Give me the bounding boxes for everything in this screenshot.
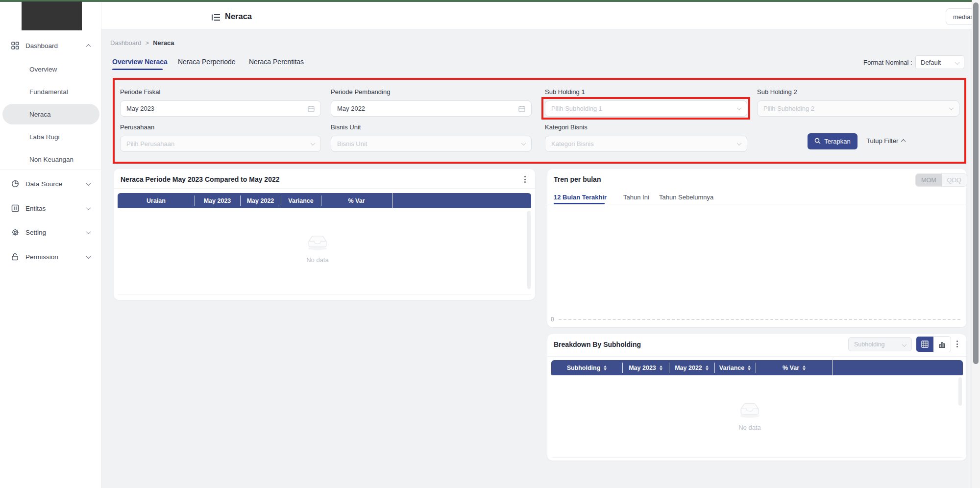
card-divider (114, 188, 535, 189)
sidebar-item-setting[interactable]: Setting (0, 226, 101, 238)
perusahaan-select[interactable]: Pilih Perusahaan (120, 136, 321, 152)
kategori-bisnis-placeholder: Kategori Bisnis (551, 140, 594, 147)
tab-tahun-ini[interactable]: Tahun Ini (623, 194, 649, 201)
column-header-variance[interactable]: Variance (714, 360, 756, 375)
periode-fiskal-input[interactable] (120, 100, 321, 117)
chart-view-button[interactable] (933, 337, 951, 352)
tab-overview-neraca[interactable]: Overview Neraca (112, 58, 168, 66)
periode-fiskal-label: Periode Fiskal (120, 88, 160, 96)
table-bottom-border (551, 457, 963, 458)
sub-holding-1-label: Sub Holding 1 (545, 88, 585, 96)
view-toggle-group (916, 336, 951, 352)
chevron-down-icon (85, 229, 91, 235)
bisnis-unit-placeholder: Bisnis Unit (337, 140, 367, 147)
column-header-variance[interactable]: Variance (281, 193, 321, 208)
sidebar-item-overview[interactable]: Overview (29, 64, 57, 74)
page-scrollbar-thumb[interactable] (973, 2, 979, 364)
periode-fiskal-value[interactable] (126, 105, 308, 112)
column-header-may-2023[interactable]: May 2023 (195, 193, 240, 208)
calendar-icon (308, 105, 315, 112)
neraca-card-title: Neraca Periode May 2023 Compared to May … (121, 175, 280, 183)
format-nominal-select[interactable]: Default (915, 55, 964, 69)
page-title: Neraca (225, 12, 252, 21)
search-icon (814, 137, 821, 146)
toggle-mom[interactable]: MOM (916, 174, 942, 186)
table-scrollbar[interactable] (958, 377, 962, 406)
sort-icon[interactable] (706, 366, 709, 370)
sidebar-item-dashboard[interactable]: Dashboard (0, 40, 101, 51)
column-header-blank (392, 193, 531, 208)
sidebar-item-neraca[interactable]: Neraca (29, 109, 51, 119)
gear-icon (11, 228, 19, 237)
sidebar-item-data-source[interactable]: Data Source (0, 178, 101, 190)
terapkan-button[interactable]: Terapkan (808, 133, 858, 149)
sidebar-item-fundamental[interactable]: Fundamental (29, 87, 68, 97)
format-nominal-value: Default (921, 59, 941, 66)
logo-placeholder (22, 1, 82, 30)
empty-state-text: No data (738, 424, 761, 431)
tabs-divider (547, 204, 966, 204)
breakdown-group-select-value: Subholding (854, 341, 885, 348)
bisnis-unit-select[interactable]: Bisnis Unit (331, 136, 532, 152)
sort-icon[interactable] (660, 366, 662, 370)
kategori-bisnis-select[interactable]: Kategori Bisnis (545, 136, 747, 152)
perusahaan-placeholder: Pilih Perusahaan (126, 140, 174, 147)
sidebar: Dashboard Overview Fundamental Neraca La… (0, 2, 101, 488)
column-header-pct-var[interactable]: % Var (321, 193, 392, 208)
tab-12-bulan-terakhir[interactable]: 12 Bulan Terakhir (554, 194, 607, 201)
sidebar-item-laba-rugi[interactable]: Laba Rugi (29, 132, 60, 142)
column-header-may-2023[interactable]: May 2023 (622, 360, 669, 375)
tab-tahun-sebelumnya[interactable]: Tahun Sebelumnya (659, 194, 713, 201)
calendar-icon (518, 105, 525, 112)
breakdown-table-header: Subholding May 2023 May 2022 Variance % … (551, 360, 963, 375)
sidebar-active-highlight (2, 104, 99, 124)
empty-state-text: No data (306, 256, 329, 264)
top-header: Neraca mediasarana (101, 2, 980, 29)
table-view-icon (921, 341, 929, 348)
column-header-may-2022[interactable]: May 2022 (669, 360, 714, 375)
sort-icon[interactable] (803, 366, 806, 370)
tab-neraca-perperiode[interactable]: Neraca Perperiode (178, 58, 236, 66)
sub-holding-1-select[interactable]: Pilih Subholding 1 (545, 100, 747, 117)
sort-icon[interactable] (604, 366, 607, 370)
periode-pembanding-input[interactable] (331, 100, 532, 117)
kebab-menu-icon[interactable] (953, 339, 961, 349)
sub-holding-2-label: Sub Holding 2 (757, 88, 797, 96)
menu-fold-icon[interactable] (212, 14, 220, 23)
card-divider (547, 356, 966, 357)
sidebar-divider (0, 170, 101, 170)
chevron-down-icon (903, 340, 906, 349)
chevron-down-icon (85, 181, 91, 187)
sidebar-item-label: Entitas (25, 205, 46, 212)
column-header-pct-var[interactable]: % Var (756, 360, 833, 375)
tab-neraca-perentitas[interactable]: Neraca Perentitas (249, 58, 304, 66)
sidebar-item-entitas[interactable]: Entitas (0, 202, 101, 214)
periode-pembanding-value[interactable] (337, 105, 518, 112)
chevron-down-icon (311, 142, 315, 146)
chevron-down-icon (950, 107, 953, 110)
breakdown-group-select[interactable]: Subholding (848, 337, 912, 351)
column-header-blank (833, 360, 963, 375)
tutup-filter-link[interactable]: Tutup Filter (866, 137, 905, 145)
toggle-qoq[interactable]: QOQ (942, 174, 967, 186)
breakdown-card: Breakdown By Subholding (547, 334, 966, 461)
mom-qoq-toggle: MOM QOQ (915, 173, 967, 187)
sidebar-item-label: Setting (25, 229, 46, 236)
breakdown-card-title: Breakdown By Subholding (554, 341, 641, 348)
sidebar-item-permission[interactable]: Permission (0, 251, 101, 263)
table-view-button[interactable] (916, 337, 933, 352)
column-header-uraian[interactable]: Uraian (118, 193, 195, 208)
column-header-may-2022[interactable]: May 2022 (240, 193, 281, 208)
entity-icon (11, 204, 19, 213)
breadcrumb-root[interactable]: Dashboard (110, 39, 142, 47)
table-bottom-border (118, 294, 531, 294)
table-scrollbar[interactable] (527, 211, 531, 289)
column-header-subholding[interactable]: Subholding (551, 360, 622, 375)
breadcrumb: Dashboard > Neraca (110, 39, 174, 47)
tren-card-title: Tren per bulan (554, 175, 601, 183)
sidebar-item-non-keuangan[interactable]: Non Keuangan (29, 154, 74, 164)
sub-holding-2-select[interactable]: Pilih Subholding 2 (757, 100, 959, 117)
bar-chart-icon (938, 341, 946, 348)
kebab-menu-icon[interactable] (520, 174, 529, 184)
sort-icon[interactable] (748, 366, 751, 370)
